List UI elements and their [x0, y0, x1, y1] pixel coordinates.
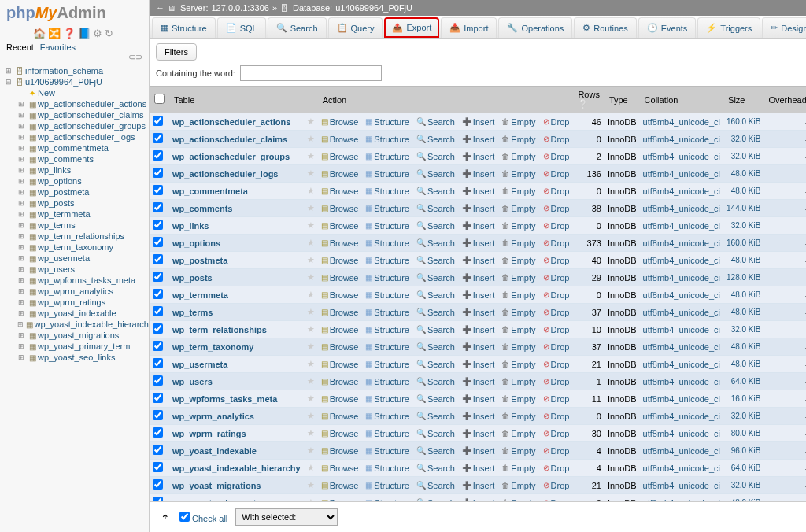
table-name[interactable]: wp_yoast_indexable_hierarchy [172, 464, 301, 473]
nav-back-icon[interactable]: ← [156, 3, 165, 13]
tree-table[interactable]: ⊞▦wp_actionscheduler_claims [16, 109, 149, 120]
db-new[interactable]: ✦New [16, 87, 149, 98]
tree-table[interactable]: ⊞▦wp_actionscheduler_actions [16, 98, 149, 109]
star-icon[interactable]: ★ [307, 255, 315, 264]
star-icon[interactable]: ★ [307, 290, 315, 299]
action-drop[interactable]: ⊘Drop [543, 187, 570, 196]
action-drop[interactable]: ⊘Drop [543, 135, 570, 144]
star-icon[interactable]: ★ [307, 151, 315, 161]
action-empty[interactable]: 🗑Empty [501, 481, 535, 490]
star-icon[interactable]: ★ [307, 168, 315, 178]
action-structure[interactable]: ▦Structure [365, 152, 409, 161]
star-icon[interactable]: ★ [307, 428, 315, 438]
action-insert[interactable]: ➕Insert [462, 117, 495, 127]
action-browse[interactable]: ▤Browse [321, 360, 359, 369]
star-icon[interactable]: ★ [307, 203, 315, 212]
action-insert[interactable]: ➕Insert [462, 360, 495, 369]
action-browse[interactable]: ▤Browse [321, 238, 359, 248]
action-structure[interactable]: ▦Structure [365, 273, 409, 283]
tree-table[interactable]: ⊞▦wp_terms [16, 220, 149, 231]
row-checkbox[interactable] [153, 410, 163, 420]
star-icon[interactable]: ★ [307, 134, 315, 143]
action-drop[interactable]: ⊘Drop [543, 446, 570, 456]
row-checkbox[interactable] [153, 116, 163, 126]
tree-table[interactable]: ⊞▦wp_actionscheduler_logs [16, 131, 149, 142]
action-empty[interactable]: 🗑Empty [501, 204, 535, 213]
star-icon[interactable]: ★ [307, 376, 315, 386]
action-search[interactable]: 🔍Search [416, 117, 455, 127]
action-insert[interactable]: ➕Insert [462, 377, 495, 386]
row-checkbox[interactable] [153, 133, 163, 143]
table-name[interactable]: wp_posts [172, 273, 213, 283]
action-search[interactable]: 🔍Search [416, 290, 455, 300]
action-browse[interactable]: ▤Browse [321, 290, 359, 300]
action-browse[interactable]: ▤Browse [321, 446, 359, 456]
action-empty[interactable]: 🗑Empty [501, 290, 535, 300]
action-structure[interactable]: ▦Structure [365, 412, 409, 421]
tree-table[interactable]: ⊞▦wp_links [16, 164, 149, 175]
star-icon[interactable]: ★ [307, 116, 315, 126]
star-icon[interactable]: ★ [307, 342, 315, 351]
table-name[interactable]: wp_commentmeta [172, 187, 248, 196]
action-drop[interactable]: ⊘Drop [543, 290, 570, 300]
action-drop[interactable]: ⊘Drop [543, 256, 570, 265]
action-search[interactable]: 🔍Search [416, 377, 455, 386]
action-search[interactable]: 🔍Search [416, 325, 455, 334]
check-all-box[interactable] [179, 512, 190, 522]
action-insert[interactable]: ➕Insert [462, 412, 495, 421]
action-browse[interactable]: ▤Browse [321, 221, 359, 231]
with-selected[interactable]: With selected: [235, 508, 338, 526]
tree-table[interactable]: ⊞▦wp_term_relationships [16, 231, 149, 242]
col-size[interactable]: Size [723, 87, 763, 113]
action-empty[interactable]: 🗑Empty [501, 152, 535, 161]
check-all-header[interactable] [154, 94, 165, 104]
table-name[interactable]: wp_comments [172, 204, 232, 213]
action-insert[interactable]: ➕Insert [462, 169, 495, 179]
action-insert[interactable]: ➕Insert [462, 394, 495, 404]
table-name[interactable]: wp_actionscheduler_actions [172, 117, 290, 127]
tab-sql[interactable]: 📄SQL [217, 17, 266, 38]
action-search[interactable]: 🔍Search [416, 464, 455, 473]
table-name[interactable]: wp_yoast_indexable [172, 446, 257, 456]
action-browse[interactable]: ▤Browse [321, 412, 359, 421]
action-search[interactable]: 🔍Search [416, 360, 455, 369]
action-empty[interactable]: 🗑Empty [501, 394, 535, 404]
action-browse[interactable]: ▤Browse [321, 152, 359, 161]
action-structure[interactable]: ▦Structure [365, 481, 409, 490]
row-checkbox[interactable] [153, 462, 163, 472]
db-information-schema[interactable]: ⊞🗄information_schema [3, 65, 149, 76]
star-icon[interactable]: ★ [307, 220, 315, 230]
action-structure[interactable]: ▦Structure [365, 308, 409, 317]
row-checkbox[interactable] [153, 393, 163, 403]
tree-table[interactable]: ⊞▦wp_wprm_ratings [16, 297, 149, 308]
row-checkbox[interactable] [153, 323, 163, 334]
col-table[interactable]: Table [169, 87, 304, 113]
action-insert[interactable]: ➕Insert [462, 204, 495, 213]
action-structure[interactable]: ▦Structure [365, 325, 409, 334]
collapse-icon[interactable]: ⊂⊃ [0, 52, 149, 62]
action-drop[interactable]: ⊘Drop [543, 429, 570, 438]
tab-search[interactable]: 🔍Search [268, 17, 327, 38]
tab-structure[interactable]: ▦Structure [152, 17, 216, 38]
action-browse[interactable]: ▤Browse [321, 169, 359, 179]
action-empty[interactable]: 🗑Empty [501, 273, 535, 283]
action-search[interactable]: 🔍Search [416, 169, 455, 179]
action-structure[interactable]: ▦Structure [365, 204, 409, 213]
star-icon[interactable]: ★ [307, 480, 315, 490]
row-checkbox[interactable] [153, 289, 163, 299]
row-checkbox[interactable] [153, 375, 163, 386]
tree-table[interactable]: ⊞▦wp_yoast_indexable_hierarch [16, 319, 149, 330]
action-structure[interactable]: ▦Structure [365, 342, 409, 352]
table-name[interactable]: wp_options [172, 238, 220, 248]
tree-table[interactable]: ⊞▦wp_yoast_indexable [16, 308, 149, 319]
tab-recent[interactable]: Recent [6, 42, 34, 52]
action-search[interactable]: 🔍Search [416, 256, 455, 265]
action-insert[interactable]: ➕Insert [462, 135, 495, 144]
tab-query[interactable]: 📋Query [328, 17, 383, 38]
table-name[interactable]: wp_actionscheduler_logs [172, 169, 278, 179]
row-checkbox[interactable] [153, 254, 163, 264]
row-checkbox[interactable] [153, 427, 163, 438]
help-icon[interactable]: ❔ [578, 99, 589, 109]
action-drop[interactable]: ⊘Drop [543, 412, 570, 421]
action-drop[interactable]: ⊘Drop [543, 204, 570, 213]
